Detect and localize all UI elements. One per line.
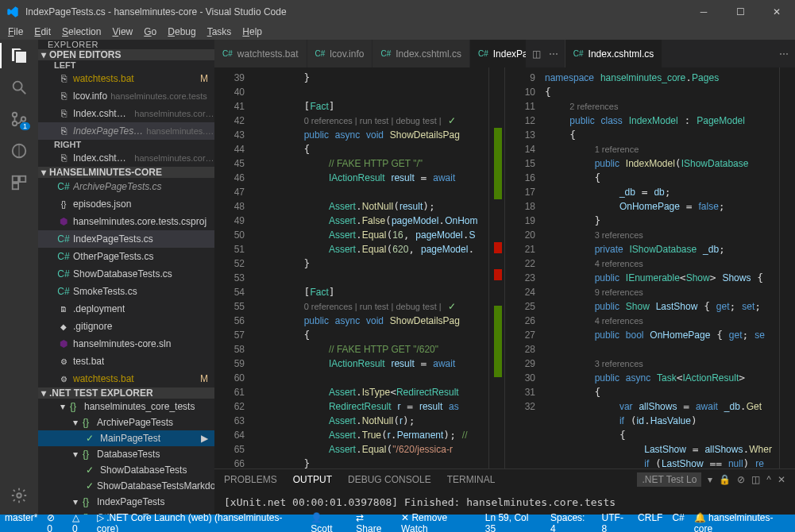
minimize-button[interactable]: ─ — [685, 0, 722, 24]
test-pass-icon: {} — [83, 449, 94, 460]
editor-tab[interactable]: C#watchtests.bat — [214, 40, 307, 67]
test-item[interactable]: ✓MainPageTest▶ — [38, 430, 214, 446]
open-editors-header[interactable]: ▾OPEN EDITORS — [38, 49, 214, 60]
run-test-icon[interactable]: ▶ — [201, 433, 208, 444]
open-editor-item[interactable]: ⎘lcov.infohanselminutes.core.tests — [38, 87, 214, 105]
file-tree-item[interactable]: C#ShowDatabaseTests.cs — [38, 265, 214, 283]
test-item[interactable]: ▾{}DatabaseTests — [38, 446, 214, 462]
status-item[interactable]: master* — [0, 512, 42, 523]
file-tree-item[interactable]: C#ArchivePageTests.cs — [38, 178, 214, 195]
modified-badge: M — [200, 373, 208, 384]
status-bar: master*⊘ 0△ 0▷ .NET Core Launch (web) (h… — [0, 515, 795, 532]
lock-icon[interactable]: 🔒 — [719, 474, 731, 485]
status-item[interactable]: CRLF — [633, 512, 667, 523]
editor-tab[interactable]: C#Index.cshtml.cs — [372, 40, 470, 67]
test-pass-icon: ✓ — [86, 433, 97, 444]
editor-tab[interactable]: C#IndexPageTests.cs✕ — [470, 40, 526, 67]
file-tree-item[interactable]: C#SmokeTests.cs — [38, 283, 214, 300]
menu-go[interactable]: Go — [139, 25, 161, 39]
file-icon: ⎘ — [57, 107, 70, 120]
file-tree-item[interactable]: ⚙watchtests.batM — [38, 370, 214, 387]
status-item[interactable]: Spaces: 4 — [546, 512, 597, 532]
clear-icon[interactable]: ⊘ — [737, 474, 745, 485]
explorer-activity[interactable] — [10, 46, 29, 65]
status-item[interactable]: Ln 59, Col 35 — [480, 512, 546, 532]
file-path: hanselminutes.core\P... — [134, 153, 214, 163]
open-editor-item[interactable]: ⎘Index.cshtml.cshanselminutes.core\P... — [38, 105, 214, 122]
file-tree-item[interactable]: ⚙test.bat — [38, 353, 214, 370]
test-explorer-header[interactable]: ▾.NET TEST EXPLORER — [38, 387, 214, 399]
panel-tab-output[interactable]: OUTPUT — [293, 474, 332, 485]
menu-selection[interactable]: Selection — [57, 25, 106, 39]
open-editor-item[interactable]: ⎘watchtests.batM — [38, 70, 214, 87]
file-tree-item[interactable]: {}episodes.json — [38, 195, 214, 213]
search-activity[interactable] — [10, 78, 29, 97]
right-editor[interactable]: 9101112131415161718192021222324252627282… — [505, 67, 795, 468]
file-tree-item[interactable]: C#IndexPageTests.cs — [38, 230, 214, 248]
file-tree-item[interactable]: ⬢hanselminutes-core.sln — [38, 335, 214, 353]
test-pass-icon: {} — [83, 417, 94, 428]
panel-tab-problems[interactable]: PROBLEMS — [224, 474, 277, 485]
file-tree-item[interactable]: ◆.gitignore — [38, 318, 214, 335]
close-window-button[interactable]: ✕ — [758, 0, 795, 24]
test-item[interactable]: ▾{}ArchivePageTests — [38, 414, 214, 430]
output-channel-dropdown[interactable]: .NET Test Lo — [637, 472, 701, 487]
editor-actions-left: ◫ ⋯ — [526, 40, 565, 67]
maximize-button[interactable]: ☐ — [722, 0, 758, 24]
menu-help[interactable]: Help — [237, 25, 267, 39]
file-icon: 🗎 — [57, 303, 70, 315]
file-name: ShowDatabaseTests.cs — [73, 268, 172, 279]
panel-tab-terminal[interactable]: TERMINAL — [447, 474, 496, 485]
menu-view[interactable]: View — [107, 25, 137, 39]
status-item[interactable]: ⊘ 0 — [42, 512, 68, 532]
extensions-activity[interactable] — [10, 173, 29, 192]
file-icon: ⬢ — [57, 337, 70, 350]
test-pass-icon: ✓ — [86, 465, 97, 476]
status-item[interactable]: △ 0 — [68, 512, 92, 532]
file-name: test.bat — [73, 356, 104, 367]
left-editor[interactable]: 3940414243444546474849505152535455565758… — [214, 67, 505, 468]
file-icon: C# — [57, 233, 70, 245]
menu-debug[interactable]: Debug — [163, 25, 200, 39]
more-icon[interactable]: ⋯ — [779, 48, 789, 60]
split-icon[interactable]: ◫ — [532, 48, 541, 60]
debug-activity[interactable] — [10, 141, 29, 160]
file-tree-item[interactable]: 🗎.deployment — [38, 300, 214, 318]
more-icon[interactable]: ⋯ — [549, 48, 558, 60]
open-editor-item[interactable]: ⎘Index.cshtml.cshanselminutes.core\P... — [38, 149, 214, 167]
status-item[interactable]: UTF-8 — [597, 512, 633, 532]
file-tree-item[interactable]: ⬢hanselminutes.core.tests.csproj — [38, 213, 214, 230]
file-name: hanselminutes-core.sln — [73, 338, 171, 349]
svg-point-0 — [14, 82, 22, 91]
svg-rect-7 — [13, 176, 18, 182]
editor-tab[interactable]: C#Index.cshtml.cs — [565, 40, 663, 67]
test-item[interactable]: ✓ShowDatabaseTestsMarkdown — [38, 478, 214, 494]
panel-tab-debug-console[interactable]: DEBUG CONSOLE — [348, 474, 431, 485]
maximize-panel-icon[interactable]: ^ — [766, 474, 771, 485]
workspace-header[interactable]: ▾HANSELMINUTES-CORE — [38, 167, 214, 178]
editor-tab[interactable]: C#lcov.info — [307, 40, 373, 67]
modified-badge: M — [200, 73, 208, 84]
test-item[interactable]: ▾{}hanselminutes_core_tests — [38, 399, 214, 414]
test-name: ShowDatabaseTestsMarkdown — [97, 480, 214, 492]
settings-gear[interactable] — [10, 486, 29, 505]
file-icon: ⬢ — [57, 215, 70, 228]
status-item[interactable]: ▷ .NET Core Launch (web) (hanselminutes-… — [92, 512, 306, 532]
status-item[interactable]: 👤 Scott — [306, 512, 351, 532]
status-item[interactable]: ✕ Remove Watch — [396, 512, 480, 532]
test-pass-icon: {} — [70, 401, 81, 412]
menu-edit[interactable]: Edit — [29, 25, 56, 39]
right-group-header: RIGHT — [38, 140, 214, 149]
open-editor-item[interactable]: ⎘IndexPageTests.cshanselminutes.cor... — [38, 122, 214, 140]
status-item[interactable]: C# — [667, 512, 689, 523]
scm-activity[interactable]: 1 — [10, 110, 29, 129]
test-item[interactable]: ▾{}IndexPageTests — [38, 494, 214, 510]
test-item[interactable]: ✓ShowDatabaseTests — [38, 462, 214, 478]
file-tree-item[interactable]: C#OtherPageTests.cs — [38, 248, 214, 265]
split-panel-icon[interactable]: ◫ — [751, 474, 760, 485]
menu-file[interactable]: File — [3, 25, 28, 39]
close-panel-icon[interactable]: ✕ — [778, 474, 785, 485]
status-item[interactable]: 🔔 hanselminutes-core — [689, 512, 795, 532]
status-item[interactable]: ⇄ Share — [351, 512, 396, 532]
menu-tasks[interactable]: Tasks — [203, 25, 237, 39]
